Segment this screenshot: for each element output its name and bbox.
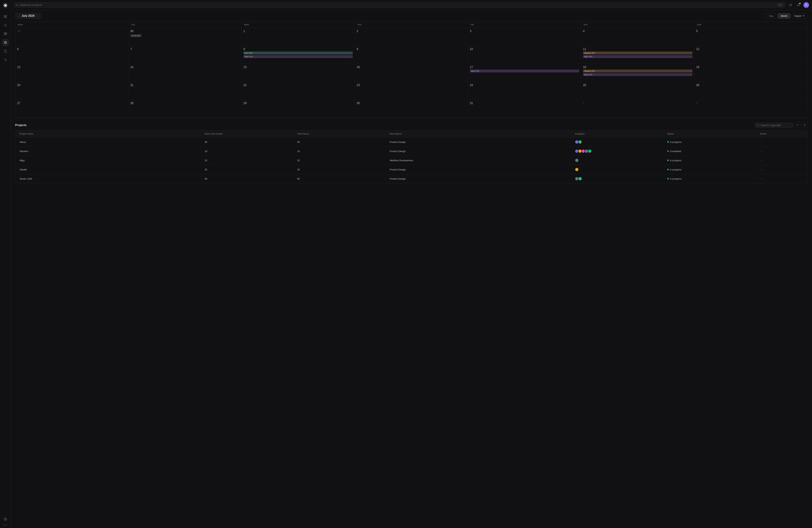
cal-event-time-1300[interactable]: 13:00 (6h) [130, 34, 141, 37]
search-input[interactable] [20, 4, 776, 6]
status-badge: In progress [667, 159, 681, 162]
cal-day-jul26[interactable]: 26 [694, 82, 808, 100]
table-row: Migo 20 20 Webflow Development In progre… [15, 156, 808, 165]
cell-action: ··· [758, 147, 804, 156]
cal-day-jul12[interactable]: 12 [694, 46, 808, 64]
cal-day-jul3[interactable]: 3 [468, 28, 581, 46]
cal-day-aug1[interactable]: 1 [581, 100, 694, 118]
cell-action: ··· [758, 174, 804, 183]
cal-event-helpser-2h-11[interactable]: Helpser (2h) [583, 52, 692, 54]
cal-day-jul13[interactable]: 13 [15, 64, 128, 82]
cal-day-jul25[interactable]: 25 [581, 82, 694, 100]
cal-day-jul9[interactable]: 9 [355, 46, 468, 64]
cell-assigned [574, 138, 666, 146]
add-project-button[interactable]: + [802, 122, 808, 128]
avatar [575, 158, 579, 162]
cal-day-jul6[interactable]: 6 [15, 46, 128, 64]
cal-day-jul15[interactable]: 15 [242, 64, 355, 82]
sidebar-item-reports[interactable] [2, 56, 9, 63]
svg-rect-8 [4, 17, 5, 18]
search-box[interactable]: ⌘K [14, 2, 785, 8]
cal-day-jun29[interactable]: 29 [15, 28, 128, 46]
svg-line-26 [758, 126, 759, 126]
cal-event-migo-8h-11[interactable]: Migo (8h) [583, 55, 692, 58]
notification-button[interactable] [795, 2, 801, 8]
day-header-tue: TUE [128, 22, 242, 28]
main-area: ⌘K [11, 0, 812, 528]
cal-day-jul24[interactable]: 24 [468, 82, 581, 100]
cal-day-jul29[interactable]: 29 [242, 100, 355, 118]
sidebar: Acme [0, 0, 11, 528]
cell-total-hours: 35 [296, 165, 388, 174]
action-menu-button[interactable]: ··· [760, 177, 763, 180]
status-dot [667, 160, 669, 161]
cal-day-jul21[interactable]: 21 [128, 82, 242, 100]
svg-rect-18 [6, 33, 7, 34]
svg-point-5 [5, 5, 6, 6]
cal-day-jul19[interactable]: 19 [694, 64, 808, 82]
cal-day-jul20[interactable]: 20 [15, 82, 128, 100]
cell-status: In progress [666, 165, 758, 174]
cal-day-jul27[interactable]: 27 [15, 100, 128, 118]
cell-hours-month: 35 [203, 165, 296, 174]
cal-day-jul30b[interactable]: 30 [355, 100, 468, 118]
cal-event-migo-2h-8[interactable]: Migo (2h) [244, 55, 353, 58]
view-controls: Day Month Export [766, 13, 808, 18]
sidebar-item-time[interactable] [2, 39, 9, 46]
cal-day-jul22[interactable]: 22 [242, 82, 355, 100]
cal-day-jul4[interactable]: 4 [581, 28, 694, 46]
cal-event-migo-2h-18[interactable]: Migo (2h) [583, 73, 692, 76]
cal-day-jul23[interactable]: 23 [355, 82, 468, 100]
cal-day-jul10[interactable]: 10 [468, 46, 581, 64]
cal-day-jul14[interactable]: 14 [128, 64, 242, 82]
sidebar-item-board[interactable] [2, 30, 9, 38]
sidebar-item-dashboard[interactable] [2, 13, 9, 20]
cell-project-name: Western [18, 147, 203, 156]
action-menu-button[interactable]: ··· [760, 159, 763, 162]
status-dot [667, 169, 669, 170]
prev-month-button[interactable]: ‹ [18, 14, 20, 17]
month-view-button[interactable]: Month [778, 13, 791, 18]
cal-day-aug2[interactable]: 2 [694, 100, 808, 118]
cal-day-jul1[interactable]: 1 [242, 28, 355, 46]
cal-day-jul16[interactable]: 16 [355, 64, 468, 82]
filter-search-box[interactable] [755, 123, 793, 128]
cal-day-jul18[interactable]: 18 Helpser (2h) Migo (2h) [581, 64, 694, 82]
user-avatar[interactable] [803, 2, 809, 8]
cal-day-jul31[interactable]: 31 [468, 100, 581, 118]
cal-day-jul30[interactable]: 30 13:00 (6h) [128, 28, 242, 46]
export-button[interactable]: Export [792, 13, 808, 18]
next-month-button[interactable]: › [36, 14, 38, 17]
cell-total-hours: 16 [296, 147, 388, 156]
svg-point-20 [5, 519, 6, 520]
cell-assigned [574, 156, 666, 165]
filter-button[interactable] [795, 122, 800, 128]
avatar [578, 177, 582, 181]
cal-day-jul5[interactable]: 5 [694, 28, 808, 46]
cal-day-jul7[interactable]: 7 [128, 46, 242, 64]
sidebar-item-settings[interactable] [2, 516, 9, 523]
cal-event-eary-6h[interactable]: Eary (6h) [244, 52, 353, 54]
day-view-button[interactable]: Day [766, 13, 776, 18]
cal-event-migo-2h-17[interactable]: Migo (2h) [470, 70, 579, 72]
action-menu-button[interactable]: ··· [760, 149, 763, 153]
filter-input[interactable] [761, 124, 791, 127]
cal-day-jul28[interactable]: 28 [128, 100, 242, 118]
action-menu-button[interactable]: ··· [760, 140, 763, 144]
cal-event-helpser-2h-18[interactable]: Helpser (2h) [583, 70, 692, 72]
action-menu-button[interactable]: ··· [760, 168, 763, 171]
status-badge: In progress [667, 168, 681, 171]
cal-day-jul17[interactable]: 17 Migo (2h) [468, 64, 581, 82]
cal-day-jul2[interactable]: 2 [355, 28, 468, 46]
app-logo[interactable] [2, 2, 9, 9]
cell-description: Product Design [388, 174, 574, 183]
refresh-button[interactable] [787, 2, 793, 8]
calendar-week-3: 13 14 15 16 17 Migo (2h) 18 Helpser (2h)… [15, 64, 808, 82]
sidebar-item-docs[interactable] [2, 47, 9, 55]
calendar-week-2: 6 7 8 Eary (6h) Migo (2h) 9 10 11 Helpse… [15, 46, 808, 64]
status-dot [667, 178, 669, 180]
svg-point-15 [4, 26, 4, 26]
sidebar-item-list[interactable] [2, 22, 9, 29]
cal-day-jul8[interactable]: 8 Eary (6h) Migo (2h) [242, 46, 355, 64]
cal-day-jul11[interactable]: 11 Helpser (2h) Migo (8h) [581, 46, 694, 64]
